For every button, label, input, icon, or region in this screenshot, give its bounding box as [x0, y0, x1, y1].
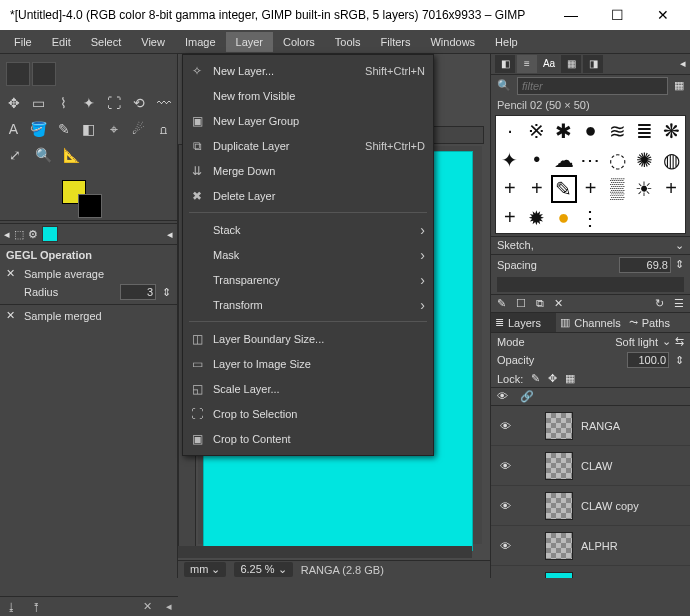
mode-value[interactable]: Soft light	[615, 336, 658, 348]
brush-del-icon[interactable]: ✕	[554, 297, 563, 310]
brush-filter-input[interactable]	[517, 77, 668, 95]
menu-item-delete-layer[interactable]: ✖Delete Layer	[183, 183, 433, 208]
menu-item-transparency[interactable]: Transparency	[183, 267, 433, 292]
menu-item-new-layer[interactable]: ✧New Layer...Shift+Ctrl+N	[183, 58, 433, 83]
lock-alpha-icon[interactable]: ▦	[565, 372, 575, 385]
menu-select[interactable]: Select	[81, 32, 132, 52]
measure-tool-icon[interactable]: 📐	[60, 144, 82, 166]
lock-move-icon[interactable]: ✥	[548, 372, 557, 385]
move-tool-icon[interactable]: ✥	[4, 92, 23, 114]
bbar-delete-icon[interactable]: ✕	[143, 600, 152, 613]
strip-icon-3[interactable]: ⚙	[28, 228, 38, 241]
brush-dup-icon[interactable]: ⧉	[536, 297, 544, 310]
menu-item-scale-layer[interactable]: ◱Scale Layer...	[183, 376, 433, 401]
layer-item[interactable]: 👁RANGA	[491, 406, 690, 446]
zoom-tool-icon[interactable]: 🔍	[32, 144, 54, 166]
brush-grid[interactable]: ·※✱●≋≣❋ ✦•☁⋯◌✺◍ ++✎+▒☀+ +✹●⋮	[495, 115, 686, 234]
minimize-button[interactable]: —	[548, 0, 594, 30]
layer-item[interactable]: 👁CLAW	[491, 446, 690, 486]
brush-tab-3[interactable]: Aa	[539, 55, 559, 73]
menu-file[interactable]: File	[4, 32, 42, 52]
warp-tool-icon[interactable]: 〰	[154, 92, 173, 114]
mode-swap-icon[interactable]: ⇆	[675, 335, 684, 348]
radius-spinner-icon[interactable]: ⇕	[162, 286, 171, 299]
brush-tab-1[interactable]: ◧	[495, 55, 515, 73]
menu-item-new-from-visible[interactable]: New from Visible	[183, 83, 433, 108]
color-picker-tool-icon[interactable]: ⤢	[4, 144, 26, 166]
fuzzy-tool-icon[interactable]: ✦	[79, 92, 98, 114]
bbar-download-icon[interactable]: ⭳	[6, 601, 17, 613]
clone-tool-icon[interactable]: ⌖	[104, 118, 123, 140]
menu-item-stack[interactable]: Stack	[183, 217, 433, 242]
brush-tab-5[interactable]: ◨	[583, 55, 603, 73]
radius-input[interactable]	[120, 284, 156, 300]
menu-windows[interactable]: Windows	[420, 32, 485, 52]
brush-refresh-icon[interactable]: ↻	[655, 297, 664, 310]
tool-tab-2[interactable]	[32, 62, 56, 86]
menu-colors[interactable]: Colors	[273, 32, 325, 52]
spacing-spinner-icon[interactable]: ⇕	[675, 258, 684, 271]
menu-help[interactable]: Help	[485, 32, 528, 52]
eye-icon[interactable]: 👁	[497, 540, 513, 552]
brush-edit-icon[interactable]: ✎	[497, 297, 506, 310]
menu-tools[interactable]: Tools	[325, 32, 371, 52]
right-tabs-menu-icon[interactable]: ◂	[680, 57, 686, 70]
crop-tool-icon[interactable]: ⛶	[104, 92, 123, 114]
sketch-dropdown-icon[interactable]: ⌄	[675, 239, 684, 252]
menu-layer[interactable]: Layer	[226, 32, 274, 52]
brush-open-icon[interactable]: ☰	[674, 297, 684, 310]
spacing-slider[interactable]	[497, 277, 684, 292]
menu-filters[interactable]: Filters	[371, 32, 421, 52]
tab-channels[interactable]: ▥Channels	[556, 313, 624, 332]
text-tool-icon[interactable]: A	[4, 118, 23, 140]
menu-view[interactable]: View	[131, 32, 175, 52]
bg-color-swatch[interactable]	[78, 194, 102, 218]
menu-item-crop-to-selection[interactable]: ⛶Crop to Selection	[183, 401, 433, 426]
menu-item-crop-to-content[interactable]: ▣Crop to Content	[183, 426, 433, 451]
menu-item-layer-to-image-size[interactable]: ▭Layer to Image Size	[183, 351, 433, 376]
strip-icon-1[interactable]: ◂	[4, 228, 10, 241]
bbar-upload-icon[interactable]: ⭱	[31, 601, 42, 613]
strip-menu-icon[interactable]: ◂	[167, 228, 173, 241]
strip-color-swatch[interactable]	[42, 226, 58, 242]
eye-icon[interactable]: 👁	[497, 500, 513, 512]
tool-tab-1[interactable]	[6, 62, 30, 86]
layer-item[interactable]: 👁ALPHR	[491, 526, 690, 566]
brush-tab-2[interactable]: ≡	[517, 55, 537, 73]
layer-item[interactable]: 👁CLAW copy	[491, 486, 690, 526]
brush-new-icon[interactable]: ☐	[516, 297, 526, 310]
lasso-tool-icon[interactable]: ⌇	[54, 92, 73, 114]
paths-tool-icon[interactable]: ⩍	[154, 118, 173, 140]
eye-icon[interactable]: 👁	[497, 420, 513, 432]
close-button[interactable]: ✕	[640, 0, 686, 30]
brush-grid-view-icon[interactable]: ▦	[674, 79, 684, 92]
spacing-input[interactable]	[619, 257, 671, 273]
rect-select-tool-icon[interactable]: ▭	[29, 92, 48, 114]
opacity-spinner-icon[interactable]: ⇕	[675, 354, 684, 367]
bucket-tool-icon[interactable]: 🪣	[29, 118, 48, 140]
color-swatches[interactable]	[0, 176, 177, 218]
rotate-tool-icon[interactable]: ⟲	[129, 92, 148, 114]
smudge-tool-icon[interactable]: ☄	[129, 118, 148, 140]
unit-dropdown[interactable]: mm ⌄	[184, 562, 226, 577]
tab-layers[interactable]: ≣Layers	[491, 313, 556, 332]
pencil-tool-icon[interactable]: ✎	[54, 118, 73, 140]
scrollbar-horizontal[interactable]	[178, 546, 472, 558]
brush-tab-4[interactable]: ▦	[561, 55, 581, 73]
lock-paint-icon[interactable]: ✎	[531, 372, 540, 385]
eraser-tool-icon[interactable]: ◧	[79, 118, 98, 140]
opacity-input[interactable]	[627, 352, 669, 368]
menu-image[interactable]: Image	[175, 32, 226, 52]
menu-item-new-layer-group[interactable]: ▣New Layer Group	[183, 108, 433, 133]
tab-paths[interactable]: ⤳Paths	[625, 313, 690, 332]
eye-icon[interactable]: 👁	[497, 460, 513, 472]
zoom-dropdown[interactable]: 6.25 % ⌄	[234, 562, 292, 577]
layer-item[interactable]: 👁	[491, 566, 690, 578]
strip-icon-2[interactable]: ⬚	[14, 228, 24, 241]
menu-item-layer-boundary-size[interactable]: ◫Layer Boundary Size...	[183, 326, 433, 351]
sample-average-toggle[interactable]: ✕	[6, 267, 18, 280]
menu-item-mask[interactable]: Mask	[183, 242, 433, 267]
menu-edit[interactable]: Edit	[42, 32, 81, 52]
menu-item-transform[interactable]: Transform	[183, 292, 433, 317]
menu-item-duplicate-layer[interactable]: ⧉Duplicate LayerShift+Ctrl+D	[183, 133, 433, 158]
